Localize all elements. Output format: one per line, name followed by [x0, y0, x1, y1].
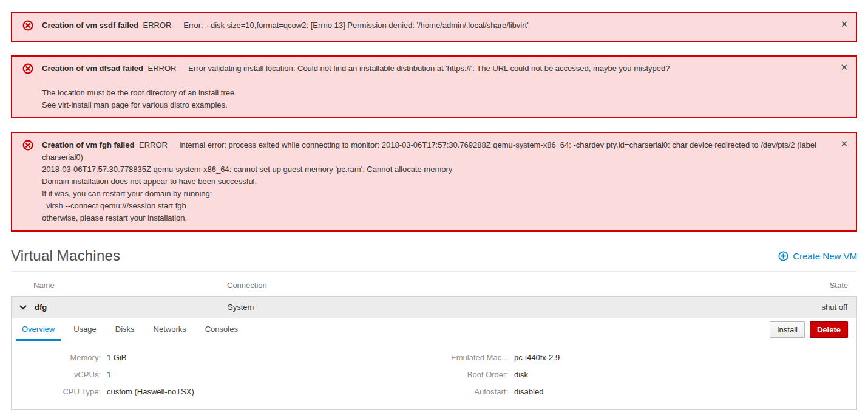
add-circle-icon: [778, 251, 788, 261]
vm-detail-panel: Overview Usage Disks Networks Consoles I…: [11, 318, 857, 410]
detail-value: pc-i440fx-2.9: [514, 353, 560, 362]
detail-value: disk: [514, 370, 528, 379]
detail-label: Boot Order:: [434, 370, 508, 379]
create-new-vm-label: Create New VM: [793, 251, 857, 261]
install-button[interactable]: Install: [770, 321, 805, 338]
page-header: Virtual Machines Create New VM: [11, 245, 857, 272]
alert-error-ssdf: Creation of vm ssdf failed ERROR Error: …: [11, 12, 857, 42]
alert-details: The location must be the root directory …: [42, 75, 832, 111]
detail-value: 1 GiB: [107, 353, 127, 362]
vm-tabs-row: Overview Usage Disks Networks Consoles I…: [12, 318, 856, 341]
overview-left-column: Memory: 1 GiB vCPUs: 1 CPU Type: custom …: [12, 353, 434, 404]
alert-level: ERROR: [139, 140, 168, 149]
page-title: Virtual Machines: [11, 247, 120, 264]
detail-row-boot-order: Boot Order: disk: [434, 370, 856, 379]
alert-level: ERROR: [143, 21, 172, 30]
column-header-name: Name: [33, 281, 227, 290]
tab-disks[interactable]: Disks: [109, 318, 141, 341]
detail-value: custom (Haswell-noTSX): [107, 387, 194, 396]
detail-label: Emulated Mac...: [434, 353, 508, 362]
vm-state: shut off: [822, 303, 847, 312]
create-new-vm-button[interactable]: Create New VM: [778, 251, 857, 261]
detail-label: Autostart:: [434, 387, 508, 396]
alert-first-line: Creation of vm fgh failed ERROR internal…: [42, 139, 832, 163]
virtual-machines-page: Creation of vm ssdf failed ERROR Error: …: [0, 0, 868, 410]
alert-body: Creation of vm fgh failed ERROR internal…: [42, 139, 832, 224]
alert-title: Creation of vm dfsad failed: [42, 64, 143, 73]
vm-overview: Memory: 1 GiB vCPUs: 1 CPU Type: custom …: [12, 341, 856, 409]
tab-usage[interactable]: Usage: [67, 318, 103, 341]
alert-first-line: Creation of vm dfsad failed ERROR Error …: [42, 63, 832, 75]
detail-row-memory: Memory: 1 GiB: [12, 353, 434, 362]
vm-row-dfg[interactable]: dfg System shut off: [11, 296, 857, 318]
delete-button[interactable]: Delete: [810, 321, 848, 338]
detail-label: Memory:: [12, 353, 101, 362]
vm-tabs: Overview Usage Disks Networks Consoles: [16, 318, 251, 341]
alert-error-fgh: Creation of vm fgh failed ERROR internal…: [11, 132, 857, 232]
close-icon[interactable]: ✕: [840, 138, 848, 150]
close-icon[interactable]: ✕: [840, 18, 848, 30]
detail-value: 1: [107, 370, 111, 379]
alert-error-dfsad: Creation of vm dfsad failed ERROR Error …: [11, 55, 857, 118]
detail-row-emulated-machine: Emulated Mac... pc-i440fx-2.9: [434, 353, 856, 362]
error-icon: [22, 140, 33, 154]
alert-title: Creation of vm ssdf failed: [42, 21, 138, 30]
alert-title: Creation of vm fgh failed: [42, 140, 134, 149]
detail-row-autostart: Autostart: disabled: [434, 387, 856, 396]
vm-table-header: Name Connection State: [11, 272, 857, 296]
detail-label: vCPUs:: [12, 370, 101, 379]
vm-actions: Install Delete: [770, 321, 848, 338]
alert-level: ERROR: [148, 64, 177, 73]
close-icon[interactable]: ✕: [840, 61, 848, 74]
tab-networks[interactable]: Networks: [147, 318, 192, 341]
column-header-state: State: [830, 281, 848, 290]
alert-details: 2018-03-06T17:57:30.778835Z qemu-system-…: [42, 163, 832, 224]
error-icon: [22, 20, 33, 35]
detail-row-vcpus: vCPUs: 1: [12, 370, 434, 379]
alert-message: Error: --disk size=10,format=qcow2: [Err…: [183, 21, 529, 30]
chevron-down-icon[interactable]: [19, 303, 27, 312]
error-icon: [22, 63, 33, 78]
detail-row-cpu-type: CPU Type: custom (Haswell-noTSX): [12, 387, 434, 396]
alert-first-line: Creation of vm ssdf failed ERROR Error: …: [42, 19, 832, 32]
tab-overview[interactable]: Overview: [16, 318, 61, 341]
alert-message: Error validating install location: Could…: [188, 64, 670, 73]
column-header-connection: Connection: [227, 281, 830, 290]
vm-name: dfg: [35, 303, 228, 312]
detail-label: CPU Type:: [12, 387, 101, 396]
alert-body: Creation of vm ssdf failed ERROR Error: …: [42, 19, 832, 32]
tab-consoles[interactable]: Consoles: [199, 318, 244, 341]
vm-connection: System: [228, 303, 822, 312]
overview-right-column: Emulated Mac... pc-i440fx-2.9 Boot Order…: [434, 353, 856, 404]
alert-body: Creation of vm dfsad failed ERROR Error …: [42, 63, 832, 111]
detail-value: disabled: [514, 387, 543, 396]
